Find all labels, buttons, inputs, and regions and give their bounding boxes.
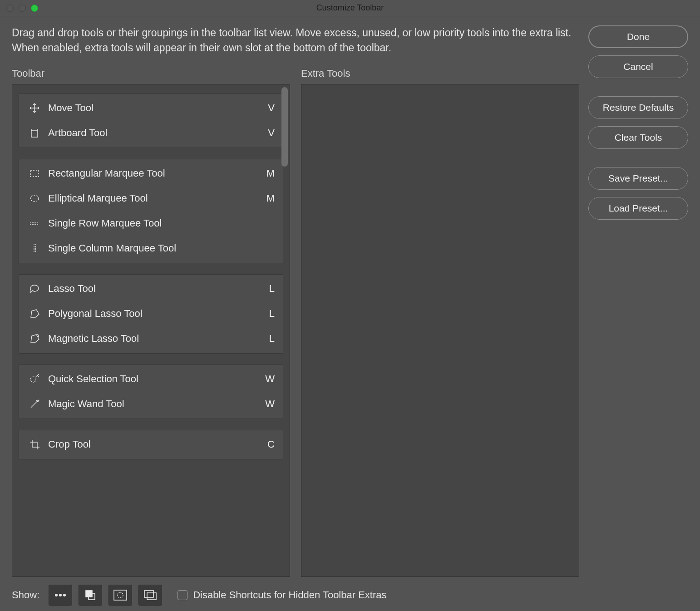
move-icon bbox=[25, 102, 44, 114]
titlebar: Customize Toolbar bbox=[0, 0, 700, 16]
row-marquee-icon bbox=[25, 217, 44, 230]
save-preset-button[interactable]: Save Preset... bbox=[588, 167, 688, 190]
show-extra-menu-button[interactable] bbox=[49, 585, 72, 606]
tool-shortcut: V bbox=[261, 127, 275, 139]
svg-point-0 bbox=[55, 594, 57, 596]
tool-row[interactable]: Move ToolV bbox=[19, 96, 283, 121]
load-preset-button[interactable]: Load Preset... bbox=[588, 197, 688, 220]
cancel-button[interactable]: Cancel bbox=[588, 55, 688, 78]
crop-icon bbox=[25, 438, 44, 451]
tool-shortcut: M bbox=[261, 192, 275, 204]
tool-name: Rectangular Marquee Tool bbox=[44, 168, 261, 179]
svg-rect-8 bbox=[144, 591, 153, 597]
tool-group[interactable]: Lasso ToolLPolygonal Lasso ToolLMagnetic… bbox=[19, 274, 283, 354]
tool-row[interactable]: Single Row Marquee Tool bbox=[19, 211, 283, 236]
window-title: Customize Toolbar bbox=[0, 3, 700, 13]
tool-name: Quick Selection Tool bbox=[44, 373, 261, 385]
scrollbar[interactable] bbox=[281, 87, 288, 574]
tool-name: Single Row Marquee Tool bbox=[44, 217, 261, 229]
svg-point-2 bbox=[64, 594, 65, 596]
tool-name: Move Tool bbox=[44, 102, 261, 114]
tool-row[interactable]: Magic Wand ToolW bbox=[19, 392, 283, 417]
tool-name: Single Column Marquee Tool bbox=[44, 242, 261, 254]
tool-shortcut: L bbox=[261, 308, 275, 320]
tool-row[interactable]: Polygonal Lasso ToolL bbox=[19, 301, 283, 326]
tool-row[interactable]: Magnetic Lasso ToolL bbox=[19, 326, 283, 351]
ellipse-marquee-icon bbox=[25, 192, 44, 205]
show-label: Show: bbox=[12, 589, 39, 601]
tool-name: Polygonal Lasso Tool bbox=[44, 308, 261, 320]
show-screenmode-button[interactable] bbox=[138, 585, 162, 606]
show-fg-bg-button[interactable] bbox=[79, 585, 102, 606]
disable-shortcuts-checkbox[interactable]: Disable Shortcuts for Hidden Toolbar Ext… bbox=[177, 589, 386, 601]
svg-rect-4 bbox=[86, 591, 92, 597]
checkbox-label: Disable Shortcuts for Hidden Toolbar Ext… bbox=[193, 589, 386, 601]
restore-defaults-button[interactable]: Restore Defaults bbox=[588, 96, 688, 119]
tool-group[interactable]: Move ToolVArtboard ToolV bbox=[19, 94, 283, 148]
tool-group[interactable]: Quick Selection ToolWMagic Wand ToolW bbox=[19, 365, 283, 419]
tool-shortcut: W bbox=[261, 373, 275, 385]
tool-group[interactable]: Rectangular Marquee ToolMElliptical Marq… bbox=[19, 159, 283, 263]
tool-shortcut: C bbox=[261, 439, 275, 450]
rect-marquee-icon bbox=[25, 167, 44, 180]
tool-row[interactable]: Lasso ToolL bbox=[19, 276, 283, 301]
artboard-icon bbox=[25, 127, 44, 139]
svg-rect-7 bbox=[147, 593, 156, 600]
toolbar-list-label: Toolbar bbox=[12, 68, 290, 79]
tool-name: Lasso Tool bbox=[44, 283, 261, 295]
poly-lasso-icon bbox=[25, 307, 44, 320]
magnetic-lasso-icon bbox=[25, 332, 44, 345]
tool-shortcut: L bbox=[261, 283, 275, 295]
scrollbar-thumb[interactable] bbox=[281, 87, 288, 167]
tool-shortcut: M bbox=[261, 168, 275, 179]
tool-shortcut: V bbox=[261, 102, 275, 114]
tool-row[interactable]: Artboard ToolV bbox=[19, 121, 283, 146]
tool-name: Magnetic Lasso Tool bbox=[44, 333, 261, 345]
lasso-icon bbox=[25, 282, 44, 295]
svg-point-6 bbox=[118, 592, 123, 598]
tool-name: Magic Wand Tool bbox=[44, 398, 261, 410]
checkbox-box[interactable] bbox=[177, 590, 187, 600]
tool-name: Elliptical Marquee Tool bbox=[44, 192, 261, 204]
tool-row[interactable]: Crop ToolC bbox=[19, 432, 283, 457]
tool-shortcut: L bbox=[261, 333, 275, 345]
extra-tools-listbox[interactable] bbox=[301, 84, 579, 577]
svg-rect-5 bbox=[114, 590, 127, 600]
tool-shortcut: W bbox=[261, 398, 275, 410]
show-quickmask-button[interactable] bbox=[108, 585, 132, 606]
tool-name: Crop Tool bbox=[44, 439, 261, 450]
quick-select-icon bbox=[25, 373, 44, 385]
svg-point-1 bbox=[59, 594, 61, 596]
tool-name: Artboard Tool bbox=[44, 127, 261, 139]
tool-row[interactable]: Single Column Marquee Tool bbox=[19, 236, 283, 261]
extra-tools-label: Extra Tools bbox=[301, 68, 579, 79]
tool-group[interactable]: Crop ToolC bbox=[19, 430, 283, 459]
done-button[interactable]: Done bbox=[588, 25, 688, 48]
col-marquee-icon bbox=[25, 242, 44, 255]
toolbar-listbox[interactable]: Move ToolVArtboard ToolVRectangular Marq… bbox=[12, 84, 290, 577]
tool-row[interactable]: Rectangular Marquee ToolM bbox=[19, 161, 283, 186]
tool-row[interactable]: Elliptical Marquee ToolM bbox=[19, 186, 283, 211]
magic-wand-icon bbox=[25, 398, 44, 410]
clear-tools-button[interactable]: Clear Tools bbox=[588, 126, 688, 149]
tool-row[interactable]: Quick Selection ToolW bbox=[19, 367, 283, 392]
footer: Show: Disable Shortcuts for Hidden Toolb… bbox=[0, 579, 700, 611]
description-text: Drag and drop tools or their groupings i… bbox=[12, 25, 579, 56]
